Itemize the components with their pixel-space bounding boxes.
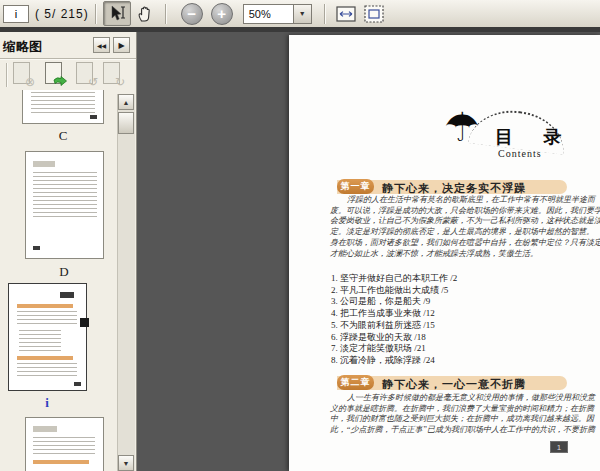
fit-width-button[interactable] [332,1,360,26]
toc-item: 3. 公司是船，你是船夫 /9 [331,296,581,308]
thumb-text-lines [17,311,77,327]
intro-line: 废。可以说，浮躁是成功的大敌，只会给职场的你带来灾难。因此，我们要学 [330,206,580,217]
fit-page-button[interactable] [360,1,388,26]
panel-next-button[interactable]: ▶ [113,37,130,53]
toc-item: 6. 浮躁是敬业的天敌 /18 [331,332,581,344]
thumbnail-label-c: C [23,128,103,144]
thumbnail-page-next[interactable] [25,417,104,471]
thumbnail-selection-handle[interactable] [80,318,89,327]
panel-separator [0,58,137,60]
insert-page-button[interactable] [45,62,64,86]
hand-tool-icon [136,5,154,23]
panel-prev-button[interactable]: ◀◀ [93,37,110,53]
chapter2-badge: 第二章 [337,375,374,390]
document-canvas[interactable]: ☂ 目 录 Contents 第一章 静下心来，决定务实不浮躁 浮躁的人在生活中… [137,32,600,471]
intro-line: 定。淡定是对浮躁的彻底否定，是人生最高的境界，是职场中超然的智慧。 [330,227,580,238]
thumb-folio-mark [33,246,40,250]
thumb-text-lines [33,437,95,455]
thumb-text-lines [33,172,97,220]
intro-line: 会爱岗敬业，让自己不为假象所蒙蔽，不为一己私利所驱动，这种状态就是淡 [330,216,580,227]
thumb-text-lines [17,363,77,377]
chapter1-intro: 浮躁的人在生活中常有莫名的歇斯底里，在工作中常有不明就里半途而 废。可以说，浮躁… [330,195,580,259]
toc-item: 1. 坚守并做好自己的本职工作 /2 [331,273,581,285]
thumbnail-label-i: i [7,395,87,411]
thumbnail-page-i-selected[interactable] [8,283,87,391]
intro-line: 人一生有许多时候做的都是毫无意义和没用的事情，做那些没用和没意 [347,393,580,404]
rotate-left-page-button[interactable]: ↺ [76,62,95,86]
document-page: ☂ 目 录 Contents 第一章 静下心来，决定务实不浮躁 浮躁的人在生活中… [289,35,600,471]
page-count-label: ( 5/ 215) [35,7,89,21]
intro-line: 身在职场，面对诸多欲望，我们如何在喧嚣中自持，在纷繁中定位？只有淡定 [330,238,580,249]
select-text-tool-button[interactable] [103,1,131,26]
zoom-level-value[interactable]: 50% [244,5,293,23]
chapter2-heading-bar: 第二章 静下心来，一心一意不折腾 [337,376,567,390]
chapter1-title: 静下心来，决定务实不浮躁 [382,181,526,196]
zoom-out-button[interactable]: − [181,3,203,25]
pdf-reader-window: ( 5/ 215) − + 50% ▼ [0,0,600,471]
intro-line: 此，“少点折腾，干点正事”已成为我们职场中人在工作中的共识，不要折腾 [330,425,580,436]
contents-title-en: Contents [498,148,542,159]
toc-item: 2. 平凡工作也能做出大成绩 /5 [331,285,581,297]
scroll-down-button[interactable]: ▼ [118,455,134,471]
thumbnail-page-c[interactable] [22,90,104,124]
insert-page-arrow-icon [53,76,67,88]
chapter1-toc-list: 1. 坚守并做好自己的本职工作 /2 2. 平凡工作也能做出大成绩 /5 3. … [331,273,581,367]
intro-line: 义的事就是瞎折腾。在折腾中，我们浪费了大量宝贵的时间和精力；在折腾 [330,404,580,415]
panel-toolbar-separator [6,63,8,87]
toolbar-separator [324,4,326,24]
umbrella-icon: ☂ [444,107,480,147]
chapter2-title: 静下心来，一心一意不折腾 [382,377,526,392]
toc-item: 5. 不为眼前利益所迷惑 /15 [331,320,581,332]
toolbar-separator [165,4,167,24]
chapter1-heading-bar: 第一章 静下心来，决定务实不浮躁 [337,180,567,194]
intro-line: 浮躁的人在生活中常有莫名的歇斯底里，在工作中常有不明就里半途而 [347,195,580,206]
thumb-chapter-bar [17,356,73,360]
intro-line: 才能心如止水，波澜不惊，才能戒躁去浮成熟，笑傲生活。 [330,249,580,260]
thumb-heading-block [33,161,55,167]
thumb-chapter-bar [33,460,89,464]
delete-page-icon: ⊗ [25,76,35,88]
thumb-list-lines [19,330,61,352]
scroll-up-button[interactable]: ▲ [118,94,134,110]
thumb-folio-mark [74,382,81,386]
page-number-input[interactable] [3,5,29,23]
rotate-right-page-button[interactable]: ↻ [103,62,122,86]
chapter1-badge: 第一章 [337,179,374,194]
zoom-level-combo: 50% ▼ [243,4,312,24]
page-folio-badge: 1 [550,441,568,453]
thumb-chapter-bar [17,304,73,308]
thumb-logo-mark [60,292,74,298]
rotate-right-icon: ↻ [115,76,125,88]
toc-item: 8. 沉着冷静，戒除浮躁 /24 [331,355,581,367]
contents-title-cn: 目 录 [495,125,575,149]
thumbnail-page-d[interactable] [25,151,104,259]
main-toolbar: ( 5/ 215) − + 50% ▼ [0,0,600,27]
intro-line: 中，我们的财富也随之受到巨大损失；在折腾中，成功离我们越来越远。因 [330,414,580,425]
toolbar-separator [95,4,97,24]
thumb-text-lines [31,92,95,114]
panel-title: 缩略图 [3,38,42,56]
fit-page-icon [363,4,385,24]
thumbnail-panel: 缩略图 ◀◀ ▶ ⊗ ↺ ↻ ▲ [0,32,137,471]
zoom-in-button[interactable]: + [211,3,233,25]
delete-page-button[interactable]: ⊗ [13,62,32,86]
scrollbar-thumb[interactable] [118,112,134,134]
hand-tool-button[interactable] [131,1,159,26]
thumb-heading-block [33,426,57,432]
zoom-dropdown-button[interactable]: ▼ [293,5,311,23]
select-text-icon [108,5,126,22]
thumbnail-label-d: D [24,264,104,280]
toc-item: 4. 把工作当成事业来做 /12 [331,308,581,320]
thumb-folio-mark [90,115,97,119]
toc-item: 7. 淡定才能笑傲职场 /21 [331,343,581,355]
chapter2-intro: 人一生有许多时候做的都是毫无意义和没用的事情，做那些没用和没意 义的事就是瞎折腾… [330,393,580,436]
thumbnail-scrollbar[interactable]: ▲ ▼ [117,94,135,471]
fit-width-icon [335,5,357,23]
rotate-left-icon: ↺ [88,76,98,88]
